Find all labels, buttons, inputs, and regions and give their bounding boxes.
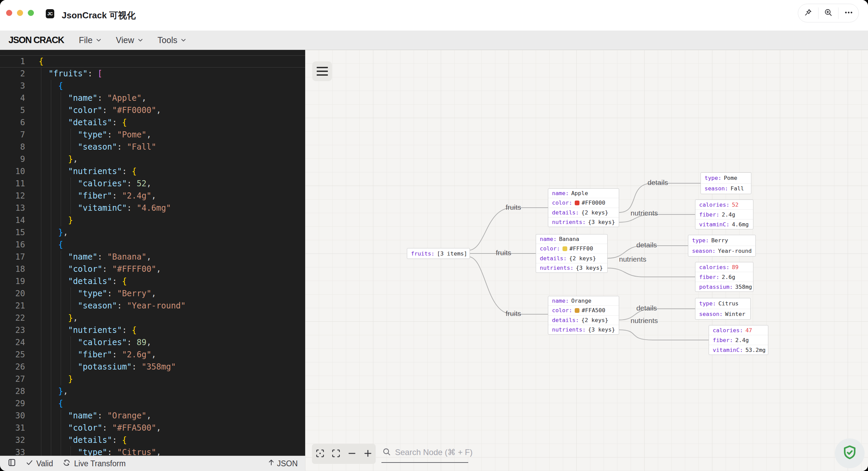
adblock-badge[interactable] <box>835 438 865 468</box>
center-view-button[interactable] <box>312 444 328 464</box>
line-number: 1 <box>0 55 25 68</box>
node-row: season:Year-round <box>688 246 755 257</box>
line-number: 5 <box>0 104 25 116</box>
code-line[interactable]: 7 "type": "Pome", <box>0 129 305 141</box>
code-line[interactable]: 9 }, <box>0 153 305 165</box>
graph-node-banana[interactable]: name:Bananacolor:#FFFF00details:{2 keys}… <box>536 234 608 273</box>
graph-canvas[interactable]: fruitsfruitsfruitsdetailsnutrientsdetail… <box>305 50 868 471</box>
code-line[interactable]: 5 "color": "#FF0000", <box>0 104 305 116</box>
indent-guide <box>71 336 71 373</box>
code-line[interactable]: 18 "color": "#FFFF00", <box>0 263 305 275</box>
graph-edge <box>608 268 695 277</box>
graph-node-banana-nutrients[interactable]: calories:89fiber:2.6gpotassium:358mg <box>695 262 753 292</box>
line-content: "fruits": [ <box>25 68 102 80</box>
code-line[interactable]: 28 }, <box>0 385 305 397</box>
jsoncrack-logo[interactable]: JSON CRACK <box>8 35 64 45</box>
close-window-button[interactable] <box>6 10 12 16</box>
code-line[interactable]: 14 } <box>0 214 305 226</box>
graph-node-apple-details[interactable]: type:Pomeseason:Fall <box>701 172 751 194</box>
code-line[interactable]: 3 { <box>0 80 305 92</box>
node-row: calories:47 <box>709 325 768 335</box>
format-selector[interactable]: JSON <box>268 459 298 468</box>
indent-guide <box>61 410 61 456</box>
line-content: "season": "Year-round" <box>25 300 185 312</box>
zoom-page-button[interactable] <box>818 7 839 19</box>
code-line[interactable]: 19 "details": { <box>0 275 305 287</box>
zoom-window-button[interactable] <box>28 10 34 16</box>
line-content: }, <box>25 226 68 239</box>
code-line[interactable]: 25 "fiber": "2.6g", <box>0 348 305 361</box>
graph-node-banana-details[interactable]: type:Berryseason:Year-round <box>688 235 756 257</box>
code-lines[interactable]: 1{2 "fruits": [3 {4 "name": "Apple",5 "c… <box>0 55 305 456</box>
code-line[interactable]: 20 "type": "Berry", <box>0 287 305 300</box>
graph-node-orange-nutrients[interactable]: calories:47fiber:2.4gvitaminC:53.2mg <box>709 325 768 355</box>
bottom-panel-toggle[interactable] <box>7 458 16 469</box>
minus-icon <box>347 448 357 460</box>
code-line[interactable]: 8 "season": "Fall" <box>0 141 305 153</box>
line-number: 30 <box>0 410 25 422</box>
more-icon <box>844 8 853 19</box>
pin-button[interactable] <box>798 7 818 19</box>
code-line[interactable]: 31 "color": "#FFA500", <box>0 422 305 434</box>
zoom-in-button[interactable] <box>360 444 376 464</box>
focus-center-icon <box>315 448 325 460</box>
node-row: fiber:2.6g <box>695 272 753 282</box>
node-row: fiber:2.4g <box>695 209 753 219</box>
menu-tools[interactable]: Tools <box>153 33 191 48</box>
code-line[interactable]: 26 "potassium": "358mg" <box>0 361 305 373</box>
graph-node-fruits-root[interactable]: fruits:[3 items] <box>407 248 470 259</box>
code-line[interactable]: 24 "calories": 89, <box>0 336 305 348</box>
code-line[interactable]: 27 } <box>0 373 305 385</box>
line-number: 18 <box>0 263 25 275</box>
line-content: "fiber": "2.6g", <box>25 348 156 361</box>
zoom-out-button[interactable] <box>344 444 360 464</box>
line-content: { <box>25 80 63 92</box>
graph-menu-button[interactable] <box>312 61 332 81</box>
code-line[interactable]: 6 "details": { <box>0 116 305 129</box>
code-line[interactable]: 13 "vitaminC": "4.6mg" <box>0 202 305 214</box>
validity-status: Valid <box>26 459 53 468</box>
code-line[interactable]: 11 "calories": 52, <box>0 177 305 190</box>
menu-view[interactable]: View <box>111 33 148 48</box>
line-content: "name": "Banana", <box>25 251 151 263</box>
node-row: nutrients:{3 keys} <box>548 325 619 334</box>
code-line[interactable]: 17 "name": "Banana", <box>0 251 305 263</box>
fit-screen-icon <box>331 448 341 460</box>
node-row: vitaminC:4.6mg <box>695 219 753 229</box>
code-line[interactable]: 30 "name": "Orange", <box>0 410 305 422</box>
graph-node-apple-nutrients[interactable]: calories:52fiber:2.4gvitaminC:4.6mg <box>695 200 753 229</box>
more-options-button[interactable] <box>838 7 859 19</box>
code-line[interactable]: 32 "details": { <box>0 434 305 446</box>
code-line[interactable]: 4 "name": "Apple", <box>0 92 305 104</box>
fit-view-button[interactable] <box>328 444 344 464</box>
code-line[interactable]: 16 { <box>0 239 305 251</box>
code-line[interactable]: 22 }, <box>0 312 305 324</box>
graph-node-orange-details[interactable]: type:Citrusseason:Winter <box>695 298 751 320</box>
json-editor[interactable]: 1{2 "fruits": [3 {4 "name": "Apple",5 "c… <box>0 50 305 471</box>
live-transform-toggle[interactable]: Live Transform <box>62 458 125 469</box>
code-line[interactable]: 29 { <box>0 397 305 410</box>
color-swatch <box>563 246 567 251</box>
line-number: 3 <box>0 80 25 92</box>
code-line[interactable]: 1{ <box>0 55 305 68</box>
line-number: 16 <box>0 239 25 251</box>
code-line[interactable]: 23 "nutrients": { <box>0 324 305 336</box>
code-line[interactable]: 10 "nutrients": { <box>0 165 305 177</box>
code-line[interactable]: 21 "season": "Year-round" <box>0 300 305 312</box>
line-number: 2 <box>0 68 25 80</box>
code-line[interactable]: 15 }, <box>0 226 305 239</box>
graph-node-orange[interactable]: name:Orangecolor:#FFA500details:{2 keys}… <box>548 296 619 335</box>
code-line[interactable]: 12 "fiber": "2.4g", <box>0 190 305 202</box>
node-row: calories:52 <box>695 200 753 209</box>
search-node-input[interactable]: Search Node (⌘ + F) <box>381 445 468 463</box>
line-number: 33 <box>0 446 25 456</box>
line-content: "color": "#FFFF00", <box>25 263 161 275</box>
code-line[interactable]: 33 "type": "Citrus", <box>0 446 305 456</box>
node-row: season:Fall <box>701 183 751 194</box>
graph-node-apple[interactable]: name:Applecolor:#FF0000details:{2 keys}n… <box>548 188 619 227</box>
minimize-window-button[interactable] <box>17 10 23 16</box>
menu-file[interactable]: File <box>74 33 106 48</box>
code-line[interactable]: 2 "fruits": [ <box>0 68 305 80</box>
color-swatch <box>575 201 579 205</box>
line-content: "type": "Berry", <box>25 287 156 300</box>
